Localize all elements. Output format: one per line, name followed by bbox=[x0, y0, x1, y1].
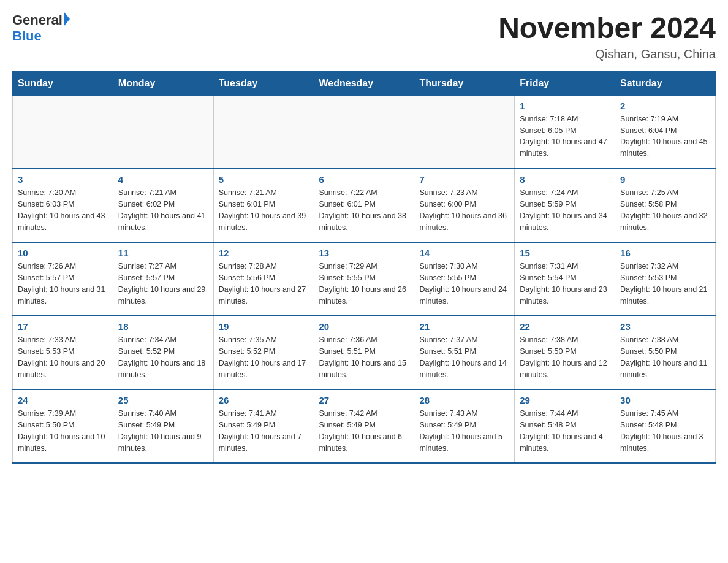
day-number: 18 bbox=[118, 321, 208, 332]
calendar-cell: 12Sunrise: 7:28 AMSunset: 5:56 PMDayligh… bbox=[213, 242, 314, 316]
weekday-header-sunday: Sunday bbox=[13, 71, 113, 95]
calendar-cell: 10Sunrise: 7:26 AMSunset: 5:57 PMDayligh… bbox=[13, 242, 113, 316]
day-number: 26 bbox=[219, 395, 309, 405]
calendar-cell: 1Sunrise: 7:18 AMSunset: 6:05 PMDaylight… bbox=[515, 95, 615, 169]
weekday-header-friday: Friday bbox=[515, 71, 615, 95]
day-info: Sunrise: 7:38 AMSunset: 5:50 PMDaylight:… bbox=[620, 334, 710, 380]
day-info: Sunrise: 7:32 AMSunset: 5:53 PMDaylight:… bbox=[620, 261, 710, 307]
title-block: November 2024 Qishan, Gansu, China bbox=[498, 12, 716, 61]
day-info: Sunrise: 7:40 AMSunset: 5:49 PMDaylight:… bbox=[118, 408, 208, 454]
calendar-cell: 25Sunrise: 7:40 AMSunset: 5:49 PMDayligh… bbox=[113, 389, 213, 463]
day-info: Sunrise: 7:31 AMSunset: 5:54 PMDaylight:… bbox=[520, 261, 610, 307]
day-number: 12 bbox=[219, 248, 309, 258]
day-info: Sunrise: 7:23 AMSunset: 6:00 PMDaylight:… bbox=[419, 187, 509, 233]
day-number: 11 bbox=[118, 248, 208, 258]
day-number: 27 bbox=[319, 395, 409, 405]
day-info: Sunrise: 7:25 AMSunset: 5:58 PMDaylight:… bbox=[620, 187, 710, 233]
day-info: Sunrise: 7:19 AMSunset: 6:04 PMDaylight:… bbox=[620, 113, 710, 159]
weekday-header-row: SundayMondayTuesdayWednesdayThursdayFrid… bbox=[13, 71, 716, 95]
calendar-cell: 28Sunrise: 7:43 AMSunset: 5:49 PMDayligh… bbox=[414, 389, 515, 463]
calendar-cell: 22Sunrise: 7:38 AMSunset: 5:50 PMDayligh… bbox=[515, 316, 615, 389]
page-header: General Blue November 2024 Qishan, Gansu… bbox=[12, 12, 716, 61]
weekday-header-thursday: Thursday bbox=[414, 71, 515, 95]
day-number: 8 bbox=[520, 174, 610, 185]
day-number: 10 bbox=[18, 248, 108, 258]
day-number: 4 bbox=[118, 174, 208, 185]
day-number: 2 bbox=[620, 101, 710, 111]
day-info: Sunrise: 7:30 AMSunset: 5:55 PMDaylight:… bbox=[419, 261, 509, 307]
day-number: 21 bbox=[419, 321, 509, 332]
day-info: Sunrise: 7:34 AMSunset: 5:52 PMDaylight:… bbox=[118, 334, 208, 380]
calendar-cell: 23Sunrise: 7:38 AMSunset: 5:50 PMDayligh… bbox=[615, 316, 716, 389]
day-info: Sunrise: 7:28 AMSunset: 5:56 PMDaylight:… bbox=[219, 261, 309, 307]
day-info: Sunrise: 7:18 AMSunset: 6:05 PMDaylight:… bbox=[520, 113, 610, 159]
calendar-week-row: 24Sunrise: 7:39 AMSunset: 5:50 PMDayligh… bbox=[13, 389, 716, 463]
day-number: 22 bbox=[520, 321, 610, 332]
calendar-subtitle: Qishan, Gansu, China bbox=[498, 47, 716, 61]
logo: General Blue bbox=[12, 12, 70, 44]
calendar-cell: 30Sunrise: 7:45 AMSunset: 5:48 PMDayligh… bbox=[615, 389, 716, 463]
calendar-cell: 17Sunrise: 7:33 AMSunset: 5:53 PMDayligh… bbox=[13, 316, 113, 389]
calendar-cell bbox=[314, 95, 414, 169]
day-number: 16 bbox=[620, 248, 710, 258]
weekday-header-monday: Monday bbox=[113, 71, 213, 95]
day-info: Sunrise: 7:38 AMSunset: 5:50 PMDaylight:… bbox=[520, 334, 610, 380]
day-number: 29 bbox=[520, 395, 610, 405]
calendar-cell: 2Sunrise: 7:19 AMSunset: 6:04 PMDaylight… bbox=[615, 95, 716, 169]
calendar-cell bbox=[213, 95, 314, 169]
weekday-header-saturday: Saturday bbox=[615, 71, 716, 95]
day-number: 3 bbox=[18, 174, 108, 185]
day-info: Sunrise: 7:43 AMSunset: 5:49 PMDaylight:… bbox=[419, 408, 509, 454]
calendar-week-row: 3Sunrise: 7:20 AMSunset: 6:03 PMDaylight… bbox=[13, 169, 716, 242]
day-info: Sunrise: 7:41 AMSunset: 5:49 PMDaylight:… bbox=[219, 408, 309, 454]
day-info: Sunrise: 7:39 AMSunset: 5:50 PMDaylight:… bbox=[18, 408, 108, 454]
calendar-cell: 20Sunrise: 7:36 AMSunset: 5:51 PMDayligh… bbox=[314, 316, 414, 389]
day-info: Sunrise: 7:44 AMSunset: 5:48 PMDaylight:… bbox=[520, 408, 610, 454]
calendar-table: SundayMondayTuesdayWednesdayThursdayFrid… bbox=[12, 71, 716, 464]
calendar-cell: 29Sunrise: 7:44 AMSunset: 5:48 PMDayligh… bbox=[515, 389, 615, 463]
day-number: 23 bbox=[620, 321, 710, 332]
logo-general-text: General bbox=[12, 12, 63, 28]
calendar-cell: 9Sunrise: 7:25 AMSunset: 5:58 PMDaylight… bbox=[615, 169, 716, 242]
day-info: Sunrise: 7:29 AMSunset: 5:55 PMDaylight:… bbox=[319, 261, 409, 307]
calendar-cell: 7Sunrise: 7:23 AMSunset: 6:00 PMDaylight… bbox=[414, 169, 515, 242]
calendar-cell: 14Sunrise: 7:30 AMSunset: 5:55 PMDayligh… bbox=[414, 242, 515, 316]
day-number: 30 bbox=[620, 395, 710, 405]
day-number: 13 bbox=[319, 248, 409, 258]
day-number: 15 bbox=[520, 248, 610, 258]
day-info: Sunrise: 7:42 AMSunset: 5:49 PMDaylight:… bbox=[319, 408, 409, 454]
day-info: Sunrise: 7:22 AMSunset: 6:01 PMDaylight:… bbox=[319, 187, 409, 233]
calendar-cell: 11Sunrise: 7:27 AMSunset: 5:57 PMDayligh… bbox=[113, 242, 213, 316]
day-number: 25 bbox=[118, 395, 208, 405]
day-number: 19 bbox=[219, 321, 309, 332]
day-info: Sunrise: 7:27 AMSunset: 5:57 PMDaylight:… bbox=[118, 261, 208, 307]
day-info: Sunrise: 7:36 AMSunset: 5:51 PMDaylight:… bbox=[319, 334, 409, 380]
calendar-cell: 6Sunrise: 7:22 AMSunset: 6:01 PMDaylight… bbox=[314, 169, 414, 242]
calendar-cell: 18Sunrise: 7:34 AMSunset: 5:52 PMDayligh… bbox=[113, 316, 213, 389]
day-info: Sunrise: 7:21 AMSunset: 6:02 PMDaylight:… bbox=[118, 187, 208, 233]
calendar-cell: 3Sunrise: 7:20 AMSunset: 6:03 PMDaylight… bbox=[13, 169, 113, 242]
day-number: 9 bbox=[620, 174, 710, 185]
calendar-cell: 19Sunrise: 7:35 AMSunset: 5:52 PMDayligh… bbox=[213, 316, 314, 389]
day-number: 14 bbox=[419, 248, 509, 258]
calendar-cell: 26Sunrise: 7:41 AMSunset: 5:49 PMDayligh… bbox=[213, 389, 314, 463]
day-info: Sunrise: 7:20 AMSunset: 6:03 PMDaylight:… bbox=[18, 187, 108, 233]
weekday-header-wednesday: Wednesday bbox=[314, 71, 414, 95]
calendar-cell: 24Sunrise: 7:39 AMSunset: 5:50 PMDayligh… bbox=[13, 389, 113, 463]
calendar-cell bbox=[13, 95, 113, 169]
day-number: 1 bbox=[520, 101, 610, 111]
calendar-cell: 15Sunrise: 7:31 AMSunset: 5:54 PMDayligh… bbox=[515, 242, 615, 316]
day-number: 7 bbox=[419, 174, 509, 185]
calendar-cell: 27Sunrise: 7:42 AMSunset: 5:49 PMDayligh… bbox=[314, 389, 414, 463]
weekday-header-tuesday: Tuesday bbox=[213, 71, 314, 95]
calendar-cell: 4Sunrise: 7:21 AMSunset: 6:02 PMDaylight… bbox=[113, 169, 213, 242]
calendar-cell bbox=[414, 95, 515, 169]
day-info: Sunrise: 7:37 AMSunset: 5:51 PMDaylight:… bbox=[419, 334, 509, 380]
day-info: Sunrise: 7:26 AMSunset: 5:57 PMDaylight:… bbox=[18, 261, 108, 307]
calendar-cell: 21Sunrise: 7:37 AMSunset: 5:51 PMDayligh… bbox=[414, 316, 515, 389]
day-number: 5 bbox=[219, 174, 309, 185]
calendar-cell: 5Sunrise: 7:21 AMSunset: 6:01 PMDaylight… bbox=[213, 169, 314, 242]
day-info: Sunrise: 7:45 AMSunset: 5:48 PMDaylight:… bbox=[620, 408, 710, 454]
day-number: 28 bbox=[419, 395, 509, 405]
calendar-title: November 2024 bbox=[498, 12, 716, 45]
